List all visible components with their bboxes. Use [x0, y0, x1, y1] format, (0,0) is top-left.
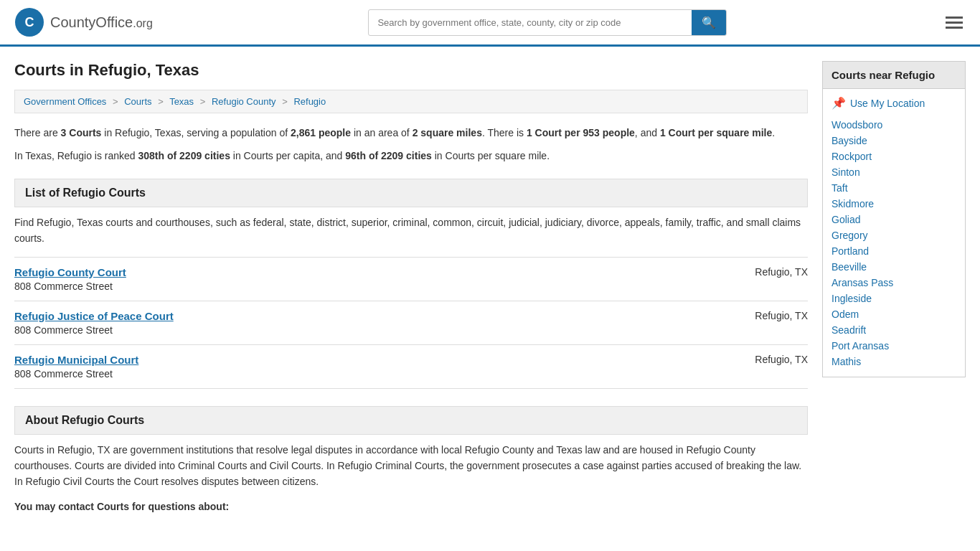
- court-item-2: Refugio Municipal Court 808 Commerce Str…: [14, 344, 808, 389]
- about-desc: Courts in Refugio, TX are government ins…: [14, 442, 808, 490]
- sidebar: Courts near Refugio 📌 Use My Location Wo…: [822, 61, 966, 523]
- sidebar-link-13[interactable]: Seadrift: [831, 322, 956, 338]
- population: 2,861 people: [291, 127, 351, 138]
- sidebar-link-7[interactable]: Gregory: [831, 227, 956, 243]
- sidebar-link-10[interactable]: Aransas Pass: [831, 275, 956, 291]
- court-location-1: Refugio, TX: [755, 310, 808, 321]
- header: C CountyOffice.org 🔍: [0, 0, 980, 47]
- sidebar-link-3[interactable]: Sinton: [831, 164, 956, 180]
- about-section-header: About Refugio Courts: [14, 406, 808, 435]
- court-info-0: Refugio County Court 808 Commerce Street: [14, 266, 126, 292]
- content-area: Courts in Refugio, Texas Government Offi…: [14, 61, 808, 523]
- court-name-1: Refugio Justice of Peace Court: [14, 310, 174, 322]
- court-row-2: Refugio Municipal Court 808 Commerce Str…: [14, 354, 808, 380]
- breadcrumb-link-3[interactable]: Refugio County: [212, 96, 276, 107]
- sidebar-link-9[interactable]: Beeville: [831, 259, 956, 275]
- stats-para-1: There are 3 Courts in Refugio, Texas, se…: [14, 125, 808, 141]
- breadcrumb: Government Offices > Courts > Texas > Re…: [14, 90, 808, 113]
- per-capita: 1 Court per 953 people: [527, 127, 635, 138]
- hamburger-menu-button[interactable]: [943, 14, 966, 32]
- list-section-header: List of Refugio Courts: [14, 179, 808, 207]
- location-pin-icon: 📌: [831, 96, 846, 110]
- sidebar-link-6[interactable]: Goliad: [831, 212, 956, 227]
- courts-count: 3 Courts: [61, 127, 102, 138]
- sidebar-link-2[interactable]: Rockport: [831, 149, 956, 164]
- search-icon: 🔍: [702, 17, 716, 29]
- menu-line: [946, 27, 963, 29]
- breadcrumb-link-4[interactable]: Refugio: [293, 96, 326, 107]
- court-name-2: Refugio Municipal Court: [14, 354, 138, 366]
- stats-para-2: In Texas, Refugio is ranked 308th of 220…: [14, 148, 808, 164]
- menu-line: [946, 17, 963, 19]
- sidebar-link-12[interactable]: Odem: [831, 306, 956, 322]
- sidebar-links: WoodsboroBaysideRockportSintonTaftSkidmo…: [831, 117, 956, 369]
- breadcrumb-sep: >: [113, 96, 118, 107]
- area: 2 square miles: [413, 127, 482, 138]
- menu-line: [946, 22, 963, 24]
- per-sqmile: 1 Court per square mile: [660, 127, 772, 138]
- breadcrumb-sep: >: [200, 96, 206, 107]
- sidebar-link-11[interactable]: Ingleside: [831, 291, 956, 306]
- sidebar-link-1[interactable]: Bayside: [831, 133, 956, 149]
- court-info-1: Refugio Justice of Peace Court 808 Comme…: [14, 310, 174, 336]
- sidebar-link-8[interactable]: Portland: [831, 243, 956, 259]
- court-address-2: 808 Commerce Street: [14, 368, 138, 380]
- court-item-0: Refugio County Court 808 Commerce Street…: [14, 257, 808, 301]
- breadcrumb-link-2[interactable]: Texas: [169, 96, 194, 107]
- breadcrumb-link-1[interactable]: Courts: [124, 96, 151, 107]
- courts-list: Refugio County Court 808 Commerce Street…: [14, 257, 808, 389]
- sidebar-link-4[interactable]: Taft: [831, 180, 956, 196]
- court-info-2: Refugio Municipal Court 808 Commerce Str…: [14, 354, 138, 380]
- court-row-1: Refugio Justice of Peace Court 808 Comme…: [14, 310, 808, 336]
- logo-area[interactable]: C CountyOffice.org: [14, 7, 153, 37]
- svg-text:C: C: [25, 15, 34, 29]
- contact-label: You may contact Courts for questions abo…: [14, 499, 808, 514]
- sidebar-link-5[interactable]: Skidmore: [831, 196, 956, 212]
- logo-brand: CountyOffice: [50, 14, 133, 30]
- court-link-0[interactable]: Refugio County Court: [14, 266, 126, 278]
- search-bar: 🔍: [368, 9, 727, 36]
- use-my-location-button[interactable]: 📌 Use My Location: [831, 96, 956, 110]
- court-address-0: 808 Commerce Street: [14, 281, 126, 292]
- breadcrumb-sep: >: [158, 96, 164, 107]
- breadcrumb-link-0[interactable]: Government Offices: [24, 96, 106, 107]
- logo-text: CountyOffice.org: [50, 14, 153, 31]
- court-location-0: Refugio, TX: [755, 266, 808, 278]
- sidebar-content: 📌 Use My Location WoodsboroBaysideRockpo…: [822, 89, 966, 377]
- breadcrumb-sep: >: [282, 96, 288, 107]
- court-location-2: Refugio, TX: [755, 354, 808, 365]
- page-title: Courts in Refugio, Texas: [14, 61, 808, 80]
- sidebar-link-0[interactable]: Woodsboro: [831, 117, 956, 133]
- rank-2: 96th of 2209 cities: [345, 150, 432, 161]
- sidebar-title: Courts near Refugio: [822, 61, 966, 89]
- court-name-0: Refugio County Court: [14, 266, 126, 278]
- court-link-2[interactable]: Refugio Municipal Court: [14, 354, 138, 366]
- sidebar-link-15[interactable]: Mathis: [831, 354, 956, 369]
- court-address-1: 808 Commerce Street: [14, 324, 174, 336]
- main-container: Courts in Refugio, Texas Government Offi…: [0, 47, 980, 537]
- list-section-desc: Find Refugio, Texas courts and courthous…: [14, 215, 808, 247]
- contact-label-text: You may contact Courts for questions abo…: [14, 501, 229, 512]
- rank-1: 308th of 2209 cities: [138, 150, 230, 161]
- court-item-1: Refugio Justice of Peace Court 808 Comme…: [14, 301, 808, 344]
- use-my-location-label: Use My Location: [850, 98, 925, 109]
- search-button[interactable]: 🔍: [692, 10, 726, 35]
- sidebar-link-14[interactable]: Port Aransas: [831, 338, 956, 354]
- logo-suffix: .org: [133, 17, 153, 29]
- logo-icon: C: [14, 7, 44, 37]
- court-link-1[interactable]: Refugio Justice of Peace Court: [14, 310, 174, 322]
- court-row-0: Refugio County Court 808 Commerce Street…: [14, 266, 808, 292]
- search-input[interactable]: [369, 11, 692, 34]
